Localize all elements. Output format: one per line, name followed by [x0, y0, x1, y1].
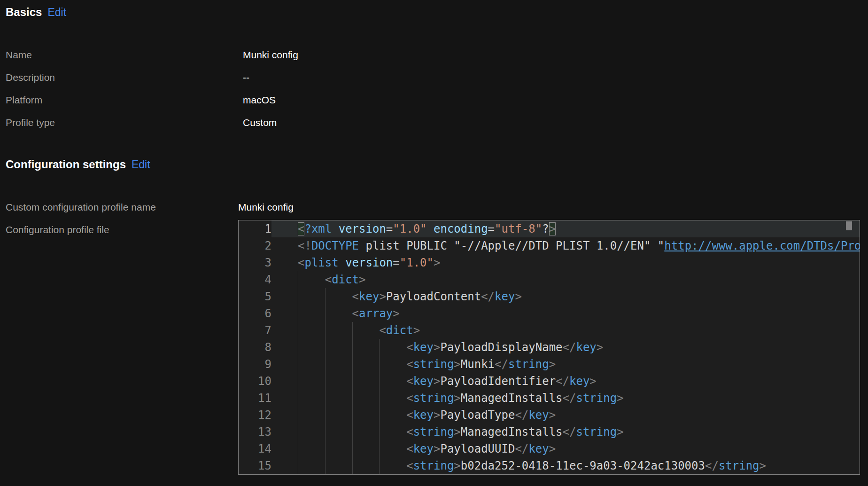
- code-token: plist PUBLIC "-//Apple//DTD PLIST 1.0//E…: [359, 239, 664, 252]
- indent-guide: [379, 457, 380, 474]
- summary-row-label: Description: [6, 71, 243, 83]
- code-token: ManagedInstalls: [461, 392, 563, 405]
- basics-section-header: BasicsEdit: [6, 6, 66, 19]
- summary-row-label: Profile type: [6, 117, 243, 128]
- configuration-section-title: Configuration settings: [6, 158, 126, 171]
- code-token: version: [345, 256, 393, 269]
- code-token: <: [298, 222, 304, 235]
- configuration-section-header: Configuration settingsEdit: [6, 158, 150, 171]
- code-token: >: [434, 408, 440, 422]
- code-token: <: [406, 375, 413, 388]
- code-token: key: [528, 442, 549, 455]
- code-line: <key>PayloadUUID</key>: [298, 440, 860, 457]
- code-token: >: [454, 392, 460, 405]
- basics-edit-link[interactable]: Edit: [47, 6, 66, 18]
- line-number: 10: [239, 373, 271, 390]
- indent-guide: [379, 390, 380, 407]
- code-token: string: [413, 392, 454, 405]
- indent-guide: [352, 390, 353, 407]
- indent-guide: [325, 322, 326, 339]
- profile-file-label: Configuration profile file: [6, 224, 109, 235]
- code-token: </: [563, 425, 576, 439]
- code-token: Munki: [461, 358, 495, 371]
- code-token: <: [352, 290, 359, 303]
- indent-guide: [379, 373, 380, 390]
- code-token: version: [339, 222, 386, 235]
- indent-guide: [352, 339, 353, 356]
- code-token: key: [576, 341, 596, 354]
- indent-guide: [298, 271, 298, 288]
- indent-guide: [325, 440, 326, 457]
- code-token: PayloadType: [440, 408, 515, 422]
- code-token: </: [563, 341, 576, 354]
- code-line: <string>b02da252-0418-11ec-9a03-0242ac13…: [298, 457, 860, 474]
- code-token: key: [413, 375, 434, 388]
- indent-guide: [352, 407, 353, 423]
- code-token: string: [413, 358, 454, 371]
- indent-guide: [352, 356, 353, 373]
- summary-row-label: Name: [6, 49, 243, 61]
- line-number: 5: [239, 288, 271, 305]
- code-token: >: [379, 290, 386, 303]
- code-line: <dict>: [298, 271, 860, 288]
- indent-guide: [379, 423, 380, 440]
- indent-guide: [298, 288, 298, 305]
- indent-guide: [379, 440, 380, 457]
- code-token: <: [298, 256, 304, 269]
- code-token: [339, 256, 345, 269]
- indent-guide: [298, 339, 298, 356]
- code-token: <: [406, 425, 413, 439]
- indent-guide: [352, 423, 353, 440]
- code-token: [427, 222, 434, 235]
- code-token: >: [393, 307, 399, 320]
- plist-code-editor[interactable]: 123456789101112131415 <?xml version="1.0…: [238, 220, 860, 475]
- code-token: encoding: [434, 222, 488, 235]
- code-line: <string>Munki</string>: [298, 356, 860, 373]
- code-token: <: [406, 358, 413, 371]
- summary-row-value: Munki config: [243, 49, 298, 61]
- code-line: <string>ManagedInstalls</string>: [298, 390, 860, 407]
- summary-row-value: --: [243, 71, 298, 83]
- indent-guide: [352, 373, 353, 390]
- code-token: key: [495, 290, 515, 303]
- code-token: string: [508, 358, 549, 371]
- code-token: =: [393, 256, 399, 269]
- code-token: >: [454, 358, 460, 371]
- code-token: </: [495, 358, 508, 371]
- indent-guide: [298, 457, 298, 474]
- code-token: </: [481, 290, 495, 303]
- indent-guide: [298, 407, 298, 423]
- indent-guide: [298, 440, 298, 457]
- code-token: </: [515, 442, 528, 455]
- code-line: <plist version="1.0">: [298, 254, 860, 271]
- line-number: 14: [239, 440, 271, 457]
- vertical-scrollbar-thumb[interactable]: [846, 221, 852, 230]
- line-number: 12: [239, 407, 271, 423]
- dtd-url-link[interactable]: http://www.apple.com/DTDs/PropertyList-1…: [664, 239, 860, 252]
- code-token: DOCTYPE: [311, 239, 359, 252]
- code-token: <: [406, 459, 413, 472]
- code-token: >: [549, 442, 556, 455]
- code-token: key: [528, 408, 549, 422]
- code-token: dict: [386, 324, 413, 337]
- code-token: "utf-8": [495, 222, 542, 235]
- code-line: <key>PayloadIdentifier</key>: [298, 373, 860, 390]
- line-number: 8: [239, 339, 271, 356]
- summary-row-label: Platform: [6, 94, 243, 106]
- code-line: <array>: [298, 305, 860, 322]
- code-token: <: [379, 324, 386, 337]
- code-line: <dict>: [298, 322, 860, 339]
- indent-guide: [325, 407, 326, 423]
- indent-guide: [379, 339, 380, 356]
- code-token: >: [359, 273, 365, 286]
- code-token: dict: [332, 273, 359, 286]
- code-token: >: [434, 341, 440, 354]
- line-number: 13: [239, 423, 271, 440]
- code-token: string: [413, 425, 454, 439]
- indent-guide: [325, 423, 326, 440]
- code-token: >: [454, 425, 460, 439]
- configuration-edit-link[interactable]: Edit: [132, 158, 150, 171]
- code-token: <: [406, 442, 413, 455]
- code-token: "1.0": [400, 256, 434, 269]
- line-number: 9: [239, 356, 271, 373]
